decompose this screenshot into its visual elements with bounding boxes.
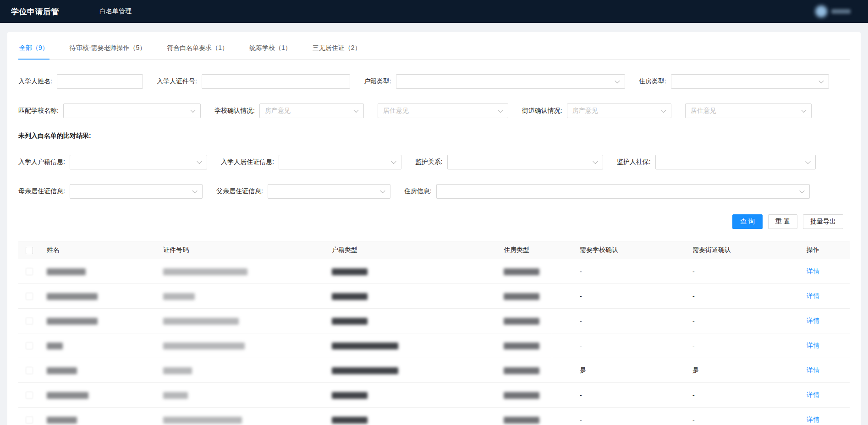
- guardian-relation-select[interactable]: [447, 155, 603, 169]
- housing-type-select[interactable]: [671, 74, 829, 89]
- matched-school-name-label: 匹配学校名称:: [18, 107, 59, 115]
- cell-hukou: [331, 342, 503, 349]
- fixed-column-divider: [552, 260, 552, 425]
- housing-info-select[interactable]: [436, 184, 810, 199]
- table-row: --详情: [18, 383, 850, 408]
- street-confirm-residence-select[interactable]: 居住意见: [685, 104, 812, 118]
- table-body: --详情--详情--详情--详情是是详情--详情--详情: [18, 259, 850, 425]
- detail-link[interactable]: 详情: [807, 342, 819, 349]
- filters-top: 入学人姓名:入学人证件号:户籍类型:住房类型:匹配学校名称:学校确认情况:房产意…: [18, 74, 850, 118]
- tab-whitelist-eligible[interactable]: 符合白名单要求（1）: [166, 38, 229, 59]
- detail-link[interactable]: 详情: [807, 366, 819, 374]
- section-label: 未列入白名单的比对结果:: [18, 132, 850, 140]
- redacted-name: [47, 367, 77, 374]
- student-id-number-label: 入学人证件号:: [157, 77, 197, 86]
- search-button[interactable]: 查 询: [732, 214, 763, 229]
- export-button[interactable]: 批量导出: [803, 214, 843, 229]
- housing-type-field: 住房类型:: [639, 74, 829, 89]
- school-confirm-residence-select[interactable]: 居住意见: [378, 104, 508, 118]
- school-confirm-residence-field: 居住意见: [378, 104, 508, 118]
- cell-hukou: [331, 317, 503, 325]
- cell-action: 详情: [806, 342, 850, 350]
- nav-item-whitelist[interactable]: 白名单管理: [99, 7, 132, 16]
- cell-name: [46, 292, 162, 300]
- hukou-type-select[interactable]: [396, 74, 625, 89]
- tab-all[interactable]: 全部（9）: [18, 38, 49, 60]
- detail-link[interactable]: 详情: [807, 391, 819, 398]
- chevron-down-icon: [353, 108, 358, 113]
- school-confirm-residence-placeholder: 居住意见: [383, 107, 409, 115]
- father-residence-permit-info-select[interactable]: [268, 184, 390, 199]
- student-name-input[interactable]: [57, 74, 143, 89]
- select-all-checkbox[interactable]: [26, 247, 33, 254]
- tab-coordinated-school[interactable]: 统筹学校（1）: [248, 38, 292, 59]
- row-checkbox-cell: [18, 416, 46, 424]
- column-header-school: 需要学校确认: [579, 246, 692, 254]
- cell-street: -: [692, 342, 806, 349]
- street-confirm-property-field: 街道确认情况:房产意见: [522, 104, 671, 118]
- guardian-social-security-field: 监护人社保:: [617, 155, 816, 169]
- school-confirm-property-select[interactable]: 房产意见: [259, 104, 364, 118]
- student-residence-permit-info-select[interactable]: [279, 155, 401, 169]
- redacted-id: [163, 367, 192, 374]
- cell-housing: [503, 317, 579, 325]
- row-checkbox[interactable]: [26, 268, 33, 275]
- mother-residence-permit-info-field: 母亲居住证信息:: [18, 184, 203, 199]
- row-checkbox[interactable]: [26, 416, 33, 424]
- cell-school: -: [579, 416, 692, 424]
- guardian-relation-label: 监护关系:: [415, 158, 443, 166]
- table-header-row: 姓名证件号码户籍类型住房类型需要学校确认需要街道确认操作: [18, 241, 850, 259]
- cell-school: -: [579, 293, 692, 300]
- results-table: 姓名证件号码户籍类型住房类型需要学校确认需要街道确认操作 --详情--详情--详…: [18, 241, 850, 425]
- row-checkbox[interactable]: [26, 342, 33, 349]
- row-checkbox[interactable]: [26, 293, 33, 300]
- chevron-down-icon: [190, 108, 195, 113]
- redacted-hukou: [332, 318, 368, 325]
- chevron-down-icon: [819, 78, 824, 83]
- reset-button[interactable]: 重 置: [768, 214, 797, 229]
- school-confirm-property-field: 学校确认情况:房产意见: [214, 104, 364, 118]
- street-confirm-residence-placeholder: 居住意见: [691, 107, 716, 115]
- matched-school-name-field: 匹配学校名称:: [18, 104, 201, 118]
- matched-school-name-select[interactable]: [63, 104, 201, 118]
- mother-residence-permit-info-select[interactable]: [70, 184, 203, 199]
- row-checkbox[interactable]: [26, 392, 33, 399]
- cell-hukou: [331, 267, 503, 275]
- guardian-social-security-select[interactable]: [655, 155, 816, 169]
- cell-action: 详情: [806, 366, 850, 375]
- detail-link[interactable]: 详情: [807, 416, 819, 423]
- row-checkbox-cell: [18, 342, 46, 349]
- redacted-name: [47, 318, 98, 325]
- detail-link[interactable]: 详情: [807, 267, 819, 275]
- row-checkbox[interactable]: [26, 317, 33, 325]
- redacted-housing: [504, 318, 539, 325]
- redacted-id: [163, 392, 188, 399]
- chevron-down-icon: [593, 159, 598, 164]
- cell-housing: [503, 391, 579, 399]
- redacted-hukou: [332, 293, 368, 300]
- school-confirm-property-placeholder: 房产意见: [265, 107, 291, 115]
- cell-school: -: [579, 342, 692, 349]
- cell-action: 详情: [806, 317, 850, 325]
- user-menu[interactable]: [815, 5, 857, 17]
- redacted-id: [163, 417, 242, 424]
- cell-id: [162, 366, 331, 374]
- chevron-down-icon: [805, 159, 810, 164]
- student-hukou-info-select[interactable]: [70, 155, 207, 169]
- cell-id: [162, 416, 331, 424]
- row-checkbox[interactable]: [26, 367, 33, 374]
- avatar: [815, 5, 827, 17]
- chevron-down-icon: [799, 188, 804, 193]
- tab-pending-review[interactable]: 待审核-需要老师操作（5）: [69, 38, 147, 59]
- detail-link[interactable]: 详情: [807, 317, 819, 324]
- student-id-number-input[interactable]: [202, 74, 350, 89]
- tab-no-residence-permit[interactable]: 三无居住证（2）: [312, 38, 362, 59]
- street-confirm-property-select[interactable]: 房产意见: [567, 104, 671, 118]
- row-checkbox-cell: [18, 366, 46, 374]
- cell-name: [46, 342, 162, 349]
- redacted-id: [163, 293, 195, 300]
- detail-link[interactable]: 详情: [807, 292, 819, 300]
- redacted-name: [47, 293, 98, 300]
- cell-housing: [503, 366, 579, 374]
- table-row: --详情: [18, 333, 850, 358]
